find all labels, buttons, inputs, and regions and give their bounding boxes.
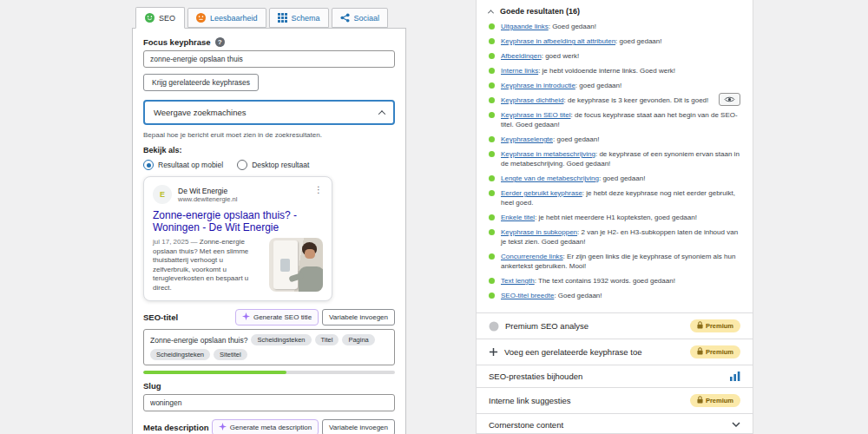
preview-title: Zonne-energie opslaan thuis? - Woningen … [153, 209, 323, 233]
green-smiley-icon [145, 13, 155, 23]
seo-title-text: Zonne-energie opslaan thuis? [150, 336, 247, 345]
radio-mobile-result[interactable]: Resultaat op mobiel [143, 160, 223, 170]
good-result-bullet-icon [489, 38, 495, 44]
schema-grid-icon [278, 13, 287, 23]
yoast-seo-metabox: SEOLeesbaarheidSchemaSociaal Focus keyph… [132, 7, 406, 434]
analysis-results-list: Uitgaande links: Goed gedaan!Keyphrase i… [477, 20, 753, 312]
premium-badge-label: Premium [706, 322, 733, 330]
premium-badge: Premium [690, 319, 740, 332]
slug-input[interactable] [143, 394, 395, 411]
analysis-result-link[interactable]: Lengte van de metabeschrijving [501, 174, 599, 182]
analysis-result-link[interactable]: Keyphrase in afbeelding alt attributen [501, 37, 615, 45]
tab-seo[interactable]: SEO [135, 7, 185, 29]
good-results-header[interactable]: Goede resultaten (16) [477, 0, 753, 20]
analysis-result-link[interactable]: Keyphrase dichtheid [501, 96, 564, 104]
analysis-result-text: Keyphrase in SEO titel: de focus keyphra… [501, 110, 740, 129]
preview-date: jul 17, 2025 — [153, 238, 198, 246]
good-result-bullet-icon [489, 82, 495, 89]
analysis-result-item: Uitgaande links: Goed gedaan! [489, 22, 740, 31]
analysis-result-link[interactable]: Enkele titel [501, 214, 535, 221]
sparkle-icon [219, 423, 227, 432]
focus-keyphrase-input[interactable] [143, 50, 395, 68]
preview-card-header: E De Wit Energie www.dewitenergie.nl ⋮ [153, 185, 323, 204]
insert-variable-button-meta[interactable]: Variabele invoegen [322, 419, 395, 434]
analysis-result-link[interactable]: Eerder gebruikt keyphrase [501, 189, 582, 197]
help-icon[interactable]: ? [215, 37, 225, 47]
variable-pill-sitetitel[interactable]: Sitetitel [214, 349, 247, 360]
panel-row-premium-seo-analyse[interactable]: Premium SEO analysePremium [477, 312, 753, 339]
good-result-bullet-icon [489, 229, 495, 235]
tab-bar: SEOLeesbaarheidSchemaSociaal [132, 7, 406, 28]
site-favicon-icon: E [153, 185, 172, 204]
analysis-result-text: Keyphrase in subkoppen: 2 van je H2- en … [501, 227, 740, 247]
analysis-result-text: Eerder gebruikt keyphrase: je hebt deze … [501, 188, 740, 207]
panel-row-label: SEO-prestaties bijhouden [489, 372, 582, 381]
analysis-result-text: SEO-titel breedte: Goed gedaan! [501, 291, 602, 300]
analysis-result-item: SEO-titel breedte: Goed gedaan! [489, 291, 740, 300]
related-keyphrases-button[interactable]: Krijg gerelateerde keyphrases [143, 74, 259, 91]
search-appearance-title: Weergave zoekmachines [154, 108, 247, 117]
analysis-result-link[interactable]: Keyphrase in metabeschrijving [501, 150, 595, 158]
analysis-result-link[interactable]: Uitgaande links [501, 23, 549, 30]
tab-leesbaarheid[interactable]: Leesbaarheid [187, 8, 266, 28]
analysis-result-text: Keyphraselengte: goed gedaan! [501, 135, 599, 144]
preview-description: jul 17, 2025 — Zonne-energie opslaan thu… [153, 238, 262, 293]
variable-pill-titel[interactable]: Titel [315, 334, 339, 345]
analysis-result-link[interactable]: Afbeeldingen [501, 52, 542, 60]
analysis-result-link[interactable]: Keyphraselengte [501, 135, 553, 143]
good-result-bullet-icon [489, 97, 495, 103]
panel-row-label: Voeg een gerelateerde keyphrase toe [504, 347, 641, 357]
radio-desktop-result[interactable]: Desktop resultaat [237, 160, 309, 170]
tab-schema[interactable]: Schema [269, 8, 329, 28]
analysis-result-item: Keyphrase in afbeelding alt attributen: … [489, 36, 740, 46]
orange-smiley-icon [196, 13, 206, 23]
analysis-result-text: Uitgaande links: Goed gedaan! [501, 22, 596, 31]
preview-thumbnail [269, 238, 323, 292]
variable-pill-scheidingsteken[interactable]: Scheidingsteken [150, 349, 210, 360]
analysis-result-text: Afbeeldingen: goed werk! [501, 51, 579, 61]
seo-title-editor[interactable]: Zonne-energie opslaan thuis?Scheidingste… [143, 329, 395, 365]
analysis-result-text: Keyphrase dichtheid: de keyphrase is 3 k… [501, 95, 708, 105]
analysis-result-link[interactable]: Keyphrase in SEO titel [501, 111, 570, 119]
analysis-result-link[interactable]: Keyphrase in introductie [501, 82, 575, 89]
good-result-bullet-icon [489, 278, 495, 284]
panel-row-cornerstone-content[interactable]: Cornerstone content [477, 413, 753, 434]
preview-mode-radios: Resultaat op mobiel Desktop resultaat [143, 160, 395, 170]
panel-row-seo-prestaties-bijhouden[interactable]: SEO-prestaties bijhouden [477, 365, 753, 387]
meta-description-label: Meta description [143, 423, 209, 432]
analysis-result-item: Keyphrase in SEO titel: de focus keyphra… [489, 110, 740, 129]
panel-row-voeg-een-gerelateerde-keyphrase-toe[interactable]: Voeg een gerelateerde keyphrase toePremi… [477, 339, 753, 365]
collapse-chevron-icon [488, 10, 494, 16]
tab-label: Leesbaarheid [210, 14, 258, 23]
mark-in-text-eye-button[interactable] [719, 93, 740, 106]
insert-variable-button-title[interactable]: Variabele invoegen [322, 309, 395, 326]
analysis-result-link[interactable]: SEO-titel breedte [501, 292, 554, 299]
variable-pill-scheidingsteken[interactable]: Scheidingsteken [251, 334, 311, 345]
analysis-result-link[interactable]: Keyphrase in subkoppen [501, 228, 577, 236]
focus-keyphrase-label-text: Focus keyphrase [143, 37, 211, 47]
tab-label: Schema [292, 14, 320, 23]
tab-label: Sociaal [354, 14, 380, 23]
search-appearance-toggle[interactable]: Weergave zoekmachines [143, 100, 395, 125]
panel-row-interne-link-suggesties[interactable]: Interne link suggestiesPremium [477, 387, 753, 413]
variable-pill-pagina[interactable]: Pagina [342, 334, 374, 345]
panel-row-label: Interne link suggesties [489, 396, 571, 405]
analysis-result-item: Eerder gebruikt keyphrase: je hebt deze … [489, 188, 740, 207]
analysis-result-link[interactable]: Concurrerende links [501, 253, 563, 260]
analysis-result-link[interactable]: Interne links [501, 67, 538, 75]
radio-mobile-control [143, 160, 154, 170]
analysis-result-item: Keyphraselengte: goed gedaan! [489, 135, 740, 144]
good-result-bullet-icon [489, 68, 495, 74]
analysis-result-item: Afbeeldingen: goed werk! [489, 51, 740, 61]
good-result-bullet-icon [489, 23, 495, 30]
analysis-sidebar: Goede resultaten (16) Uitgaande links: G… [476, 0, 753, 434]
premium-badge: Premium [690, 394, 740, 407]
good-result-bullet-icon [489, 253, 495, 260]
analysis-result-text: Keyphrase in metabeschrijving: de keyphr… [501, 149, 740, 168]
tab-label: SEO [159, 14, 175, 23]
seo-tab-panel: Focus keyphrase ? Krijg gerelateerde key… [132, 28, 406, 434]
analysis-result-link[interactable]: Text length [501, 277, 535, 285]
generate-meta-description-button[interactable]: Generate meta description [212, 419, 319, 434]
generate-seo-title-button[interactable]: Generate SEO title [235, 309, 319, 326]
tab-sociaal[interactable]: Sociaal [332, 8, 389, 28]
